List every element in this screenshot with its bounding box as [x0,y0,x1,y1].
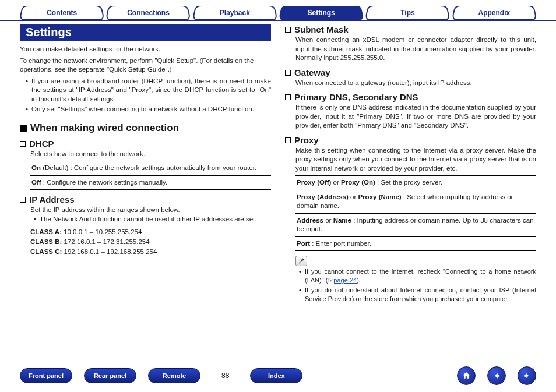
front-panel-button[interactable]: Front panel [20,368,72,383]
square-bullet-icon [20,125,27,132]
ip-classes: CLASS A: 10.0.0.1 – 10.255.255.254 CLASS… [30,227,271,256]
home-button[interactable] [457,366,476,385]
class-row: CLASS C: 192.168.0.1 – 192.168.255.254 [30,247,271,257]
box-bullet-icon [285,27,291,33]
bullet-item: Only set "Settings" when connecting to a… [26,105,271,114]
tab-label: Appendix [478,9,510,17]
bottom-bar: Front panel Rear panel Remote 88 Index [0,366,556,385]
tab-label: Playback [220,9,250,17]
heading-label: DHCP [29,139,54,149]
wrench-icon [295,256,307,266]
box-bullet-icon [285,94,291,100]
tab-label: Settings [307,9,335,17]
table-row: Port : Enter port number. [295,236,536,252]
proxy-table: Proxy (Off) or Proxy (On) : Set the prox… [295,175,536,251]
ip-note: The Network Audio function cannot be use… [20,215,271,224]
table-row: Proxy (Off) or Proxy (On) : Set the prox… [295,175,536,190]
right-column: Subnet Mask When connecting an xDSL mode… [285,24,536,307]
bullet-item: The Network Audio function cannot be use… [34,215,271,224]
bullet-item: If you do not understand about Internet … [299,286,536,303]
heading-gateway: Gateway [285,68,536,77]
tab-tips[interactable]: Tips [365,6,449,20]
table-row: Proxy (Address) or Proxy (Name) : Select… [295,190,536,213]
proxy-tips: If you cannot connect to the Internet, r… [285,267,536,303]
page-number: 88 [221,372,229,380]
bullet-item: If you are using a broadband router (DHC… [26,77,271,104]
dhcp-desc: Selects how to connect to the network. [20,150,271,159]
bullet-item: If you cannot connect to the Internet, r… [299,267,536,285]
left-column: Settings You can make detailed settings … [20,24,271,307]
top-tabs: Contents Connections Playback Settings T… [0,0,556,21]
remote-button[interactable]: Remote [148,368,200,383]
tab-settings[interactable]: Settings [279,6,363,20]
heading-label: Subnet Mask [294,24,349,34]
subnet-desc: When connecting an xDSL modem or connect… [285,36,536,63]
dns-desc: If there is only one DNS address indicat… [285,103,536,130]
intro-bullets: If you are using a broadband router (DHC… [20,77,271,114]
heading-subnet: Subnet Mask [285,24,536,34]
page-link[interactable]: page 24 [333,277,357,284]
arrow-left-icon [492,372,501,380]
tab-label: Tips [400,9,414,17]
box-bullet-icon [20,197,26,203]
index-button[interactable]: Index [250,368,302,383]
home-icon [462,371,471,380]
arrow-right-icon [523,372,531,380]
intro-text: To change the network environment, perfo… [20,56,271,75]
tab-playback[interactable]: Playback [193,6,277,20]
table-row: On (Default) : Configure the network set… [30,161,271,175]
heading-proxy: Proxy [285,135,536,145]
heading-label: When making wired connection [30,122,179,134]
heading-label: IP Address [29,195,75,204]
heading-dhcp: DHCP [20,139,271,149]
dhcp-table: On (Default) : Configure the network set… [30,161,271,190]
tab-label: Contents [47,9,77,17]
heading-label: Primary DNS, Secondary DNS [294,92,418,102]
box-bullet-icon [20,141,26,147]
box-bullet-icon [285,70,291,76]
intro-text: You can make detailed settings for the n… [20,45,271,54]
tab-appendix[interactable]: Appendix [452,6,536,20]
ip-desc: Set the IP address within the ranges sho… [20,206,271,215]
prev-button[interactable] [487,366,506,385]
section-title: Settings [20,24,271,41]
rear-panel-button[interactable]: Rear panel [84,368,136,383]
heading-ip: IP Address [20,195,271,204]
heading-wired: When making wired connection [20,122,271,134]
heading-label: Gateway [294,68,330,77]
tab-contents[interactable]: Contents [20,6,104,20]
box-bullet-icon [285,137,291,143]
proxy-desc: Make this setting when connecting to the… [285,146,536,174]
class-row: CLASS B: 172.16.0.1 – 172.31.255.254 [30,237,271,247]
heading-label: Proxy [294,135,319,145]
class-row: CLASS A: 10.0.0.1 – 10.255.255.254 [30,227,271,237]
table-row: Off : Configure the network settings man… [30,175,271,190]
table-row: Address or Name : Inputting address or d… [295,213,536,236]
tab-label: Connections [127,9,170,17]
page-content: Settings You can make detailed settings … [0,21,556,307]
gateway-desc: When connected to a gateway (router), in… [285,79,536,88]
heading-dns: Primary DNS, Secondary DNS [285,92,536,102]
tab-connections[interactable]: Connections [106,6,190,20]
next-button[interactable] [518,366,536,385]
